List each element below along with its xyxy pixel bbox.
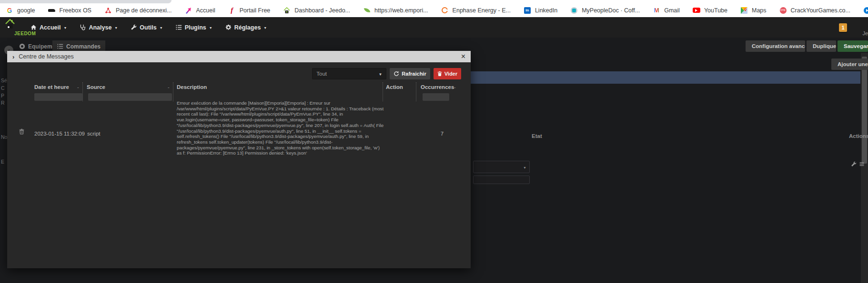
list-icon: [57, 43, 63, 49]
bookmark-deconnexion[interactable]: Page de déconnexi...: [104, 7, 172, 14]
close-icon[interactable]: ×: [461, 53, 465, 60]
nav-label: Analyse: [89, 24, 111, 31]
nav-item-accueil[interactable]: Accueil▼: [30, 24, 67, 31]
menu-icon[interactable]: [859, 161, 865, 167]
chevron-down-icon: ▼: [209, 26, 212, 29]
bookmark-youtube[interactable]: YouTube: [693, 7, 727, 14]
message-date: 2023-01-15 11:32:09: [34, 131, 85, 137]
nav-menu: Accueil▼ Analyse▼ Outils▼ Plugins▼ Régla…: [30, 17, 267, 38]
sort-indicator[interactable]: -: [454, 84, 456, 90]
notification-badge[interactable]: 1: [839, 23, 847, 32]
chevron-right-icon: ›: [12, 53, 14, 60]
button-label: Ajouter une c: [838, 61, 868, 67]
column-separator: [416, 82, 416, 101]
jeedom-logo[interactable]: JEEDOM: [4, 18, 30, 37]
bookmark-google[interactable]: Ggoogle: [6, 7, 35, 14]
add-command-button[interactable]: Ajouter une c: [831, 59, 868, 70]
bookmark-mypeopledoc[interactable]: MyPeopleDoc · Coff...: [570, 7, 640, 14]
duplicate-button[interactable]: Dupliquer: [807, 40, 836, 52]
bookmark-gmail[interactable]: MGmail: [653, 7, 680, 14]
column-header-date[interactable]: Date et heure: [34, 84, 69, 90]
wrench-icon[interactable]: [851, 161, 857, 167]
bookmark-label: YouTube: [704, 7, 727, 14]
chevron-down-icon: ▼: [378, 72, 382, 77]
bookmark-label: Accueil: [196, 7, 215, 14]
free-f-icon: f: [228, 7, 236, 14]
button-label: Vider: [444, 71, 457, 77]
bookmark-maps[interactable]: Maps: [740, 7, 767, 14]
bookmark-portail-free[interactable]: fPortail Free: [228, 7, 271, 14]
freebox-icon: [48, 7, 56, 14]
arrow-icon: [184, 7, 192, 14]
column-header-action: Action: [386, 84, 403, 90]
wrench-icon: [131, 24, 137, 30]
column-header-occurrences[interactable]: Occurrences: [421, 84, 454, 90]
bookmark-label: Enphase Energy - E...: [453, 7, 511, 14]
message-center-modal: › Centre de Messages × Tout ▼ Rafraichir…: [7, 51, 471, 268]
nav-label: Accueil: [40, 24, 61, 31]
gear-icon: [225, 24, 232, 30]
chevron-down-icon: ▼: [523, 166, 526, 169]
sort-indicator[interactable]: -: [168, 84, 170, 90]
nav-item-plugins[interactable]: Plugins▼: [176, 24, 212, 31]
button-label: Sauvegard: [844, 43, 868, 49]
nav-item-outils[interactable]: Outils▼: [131, 24, 162, 31]
nav-item-analyse[interactable]: Analyse▼: [80, 24, 118, 31]
filter-selected-value: Tout: [316, 71, 327, 77]
message-source: script: [87, 131, 100, 137]
leaf-icon: [363, 7, 371, 14]
message-filter-row: Tout ▼ Rafraichir Vider: [312, 68, 461, 79]
bookmark-accueil[interactable]: Accueil: [184, 7, 215, 14]
occurrences-filter-input[interactable]: [423, 93, 449, 101]
bookmark-crackyourgames[interactable]: CYGCrackYourGames.co...: [779, 7, 850, 14]
bookmarks-bar: Ggoogle Freebox OS Page de déconnexi... …: [0, 3, 868, 17]
bookmark-freebox-os[interactable]: Freebox OS: [48, 7, 91, 14]
plugin-filter-select[interactable]: Tout ▼: [312, 68, 386, 79]
scrollbar-thumb[interactable]: [862, 57, 867, 164]
enphase-icon: [441, 7, 449, 14]
home-icon: [30, 24, 37, 30]
page-scrollbar[interactable]: [861, 53, 868, 283]
column-separator: [173, 82, 173, 101]
clear-messages-button[interactable]: Vider: [434, 68, 461, 79]
background-input[interactable]: [473, 176, 530, 184]
bookmark-dashboard-jeedom[interactable]: Dashboard - Jeedo...: [283, 7, 350, 14]
bookmark-label: Portail Free: [240, 7, 271, 14]
clipped-text-fragment: P: [1, 93, 7, 98]
modal-title: Centre de Messages: [19, 53, 73, 60]
refresh-button[interactable]: Rafraichir: [390, 68, 430, 79]
etat-column-header: Etat: [532, 133, 542, 139]
modal-header[interactable]: › Centre de Messages ×: [7, 51, 471, 62]
tab-label: Commandes: [66, 43, 101, 50]
date-filter-input[interactable]: [34, 93, 82, 101]
bookmark-linkedin[interactable]: inLinkedIn: [524, 7, 557, 14]
maps-icon: [740, 7, 748, 14]
column-separator: [82, 82, 83, 101]
linkedin-icon: in: [524, 7, 531, 14]
column-header-description[interactable]: Description: [177, 84, 207, 90]
column-header-source[interactable]: Source: [87, 84, 105, 90]
google-icon: G: [6, 7, 13, 14]
jeedom-house-icon: [4, 18, 18, 29]
bookmark-label: Page de déconnexi...: [116, 7, 172, 14]
stethoscope-icon: [80, 24, 86, 30]
message-occurrences: 7: [433, 131, 452, 137]
bookmark-emporia[interactable]: https://web.empori...: [363, 7, 428, 14]
bookmark-enphase[interactable]: Enphase Energy - E...: [441, 7, 511, 14]
chevron-down-icon: ▼: [263, 26, 267, 29]
clipped-text-fragment: R: [1, 100, 7, 106]
advanced-config-button[interactable]: Configuration avancée: [746, 40, 805, 52]
source-filter-input[interactable]: [88, 93, 172, 101]
bookmark-serie[interactable]: Voir la série The Ma...: [863, 7, 868, 14]
trash-icon: [19, 128, 24, 135]
save-button[interactable]: Sauvegard: [838, 40, 868, 52]
section-header-bar: [405, 71, 860, 84]
youtube-icon: [693, 7, 700, 14]
sort-indicator[interactable]: -: [77, 84, 79, 90]
list-icon: [176, 24, 182, 30]
nav-item-reglages[interactable]: Réglages▼: [225, 24, 267, 31]
background-dropdown[interactable]: ▼: [473, 161, 530, 173]
clipped-text-fragment: C: [1, 85, 7, 91]
delete-message-button[interactable]: [19, 128, 24, 135]
cyg-icon: CYG: [779, 7, 787, 14]
